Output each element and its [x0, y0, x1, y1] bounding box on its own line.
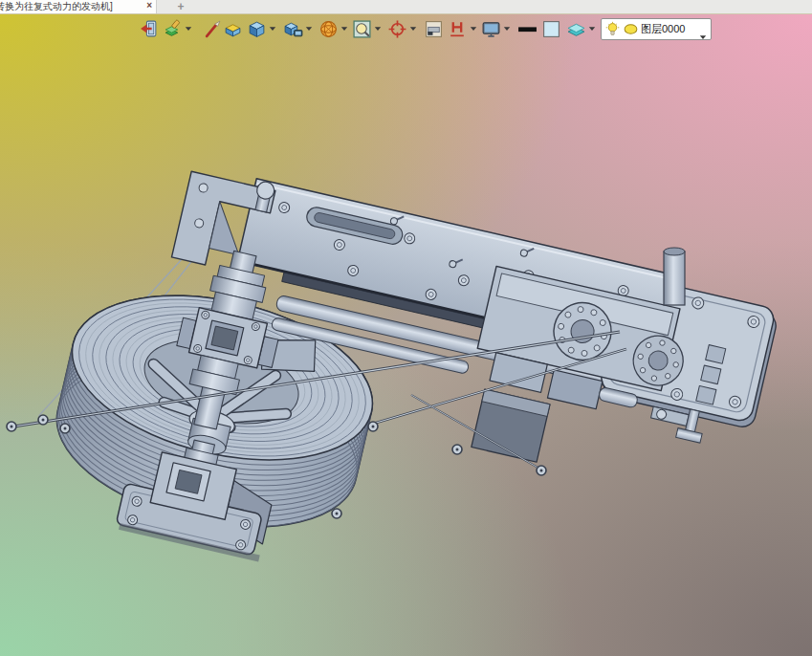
chevron-down-icon [340, 26, 348, 32]
layer-select-combo[interactable]: 图层0000 [601, 18, 712, 40]
monitor-icon [481, 19, 501, 39]
brush-button[interactable] [203, 17, 223, 40]
ellipse-color-icon [623, 21, 639, 37]
layers-stack-icon [566, 19, 586, 39]
tab-bar: 转换为往复式动力的发动机] × + [0, 0, 812, 14]
target-icon [387, 19, 407, 39]
chevron-down-icon [305, 26, 313, 32]
wireframe-sphere-icon [318, 19, 339, 39]
insert-frame-icon [424, 19, 444, 39]
chevron-down-icon [374, 26, 382, 32]
line-width-swatch [517, 19, 538, 39]
document-tab[interactable]: 转换为往复式动力的发动机] × [0, 0, 157, 13]
chevron-down-icon [409, 26, 417, 32]
chevron-down-icon [503, 26, 511, 32]
steel-beam-icon [448, 19, 468, 39]
current-layer-label: 图层0000 [641, 22, 695, 36]
chevron-down-icon [470, 26, 477, 32]
close-window-icon [139, 19, 159, 39]
document-tab-title: 转换为往复式动力的发动机] [0, 0, 113, 13]
brush-icon [203, 19, 223, 39]
zoom-window-button[interactable] [352, 17, 382, 40]
cad-application-window: 转换为往复式动力的发动机] × + [0, 0, 812, 656]
profile-beam-button[interactable] [448, 17, 477, 40]
color-swatch [541, 19, 561, 39]
chevron-down-icon [588, 26, 596, 32]
chevron-down-icon [269, 26, 276, 32]
exit-render-button[interactable] [139, 17, 159, 40]
chevron-down-icon [185, 26, 192, 32]
chevron-down-icon [699, 27, 707, 33]
solid-cube-icon [247, 19, 267, 39]
lightbulb-icon [604, 21, 621, 37]
zoom-window-icon [352, 19, 372, 39]
upright-pipe [664, 248, 685, 305]
render-layers-icon [163, 19, 183, 39]
render-mode-button[interactable] [163, 17, 192, 40]
isometric-box-icon [223, 19, 243, 39]
close-tab-button[interactable]: × [146, 0, 152, 11]
shaded-display-button[interactable] [283, 17, 313, 40]
3d-model-engine-assembly [0, 14, 812, 656]
color-picker-button[interactable] [541, 17, 561, 40]
main-toolbar: 图层0000 [0, 16, 812, 41]
wireframe-display-button[interactable] [318, 17, 348, 40]
layers-button[interactable] [566, 17, 596, 40]
cube-display-icon [283, 19, 303, 39]
new-tab-button[interactable]: + [168, 0, 193, 13]
insert-frame-button[interactable] [424, 17, 444, 40]
line-width-button[interactable] [517, 17, 538, 40]
locate-target-button[interactable] [387, 17, 417, 40]
display-settings-button[interactable] [481, 17, 511, 40]
isometric-view-button[interactable] [223, 17, 243, 40]
solid-display-button[interactable] [247, 17, 276, 40]
3d-viewport[interactable]: 图层0000 [0, 14, 812, 656]
